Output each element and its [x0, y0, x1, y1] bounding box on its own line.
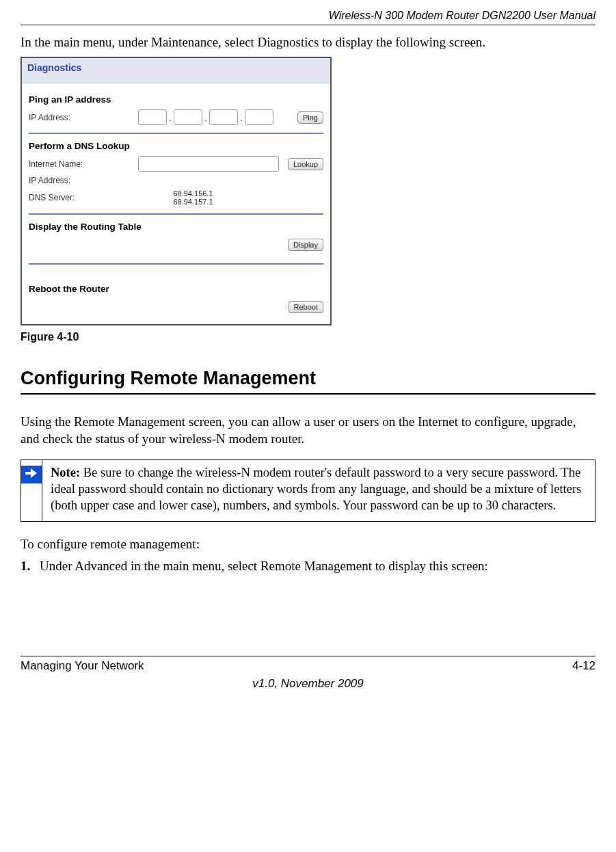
routing-section-title: Display the Routing Table	[29, 215, 323, 235]
config-intro: To configure remote management:	[21, 522, 595, 552]
footer-left: Managing Your Network	[21, 659, 144, 673]
note-label: Note:	[51, 466, 80, 479]
ip-octet-2-input[interactable]	[174, 109, 202, 125]
intro-paragraph: In the main menu, under Maintenance, sel…	[21, 25, 595, 57]
reboot-section-title: Reboot the Router	[29, 277, 323, 297]
note-body: Be sure to change the wireless-N modem r…	[51, 466, 581, 512]
ip-octet-3-input[interactable]	[209, 109, 238, 125]
figure-caption: Figure 4-10	[21, 325, 595, 343]
ip-octet-4-input[interactable]	[245, 109, 273, 125]
display-button[interactable]: Display	[288, 239, 323, 251]
section-heading: Configuring Remote Management	[21, 368, 595, 395]
step-number: 1.	[21, 559, 40, 574]
page-footer: Managing Your Network 4-12	[21, 656, 595, 673]
internet-name-input[interactable]	[138, 156, 279, 172]
dns-section-title: Perform a DNS Lookup	[29, 134, 323, 154]
arrow-icon	[21, 466, 42, 483]
ip-address-label: IP Address:	[29, 113, 104, 122]
ping-section-title: Ping an IP address	[29, 88, 323, 107]
footer-right: 4-12	[572, 659, 595, 673]
dns-server-values: 68.94.156.1 68.94.157.1	[104, 189, 282, 206]
step-1: 1. Under Advanced in the main menu, sele…	[21, 552, 595, 574]
dns-server-label: DNS Server:	[29, 193, 104, 202]
step-text: Under Advanced in the main menu, select …	[40, 559, 488, 574]
footer-version: v1.0, November 2009	[21, 673, 595, 691]
internet-name-label: Internet Name:	[29, 159, 104, 169]
reboot-button[interactable]: Reboot	[289, 301, 323, 313]
dns-ip-label: IP Address:	[29, 176, 104, 185]
ip-octet-1-input[interactable]	[138, 109, 167, 125]
panel-title: Diagnostics	[22, 58, 330, 83]
page-header: Wireless-N 300 Modem Router DGN2200 User…	[21, 0, 595, 25]
note-box: Note: Be sure to change the wireless-N m…	[21, 460, 595, 521]
lookup-button[interactable]: Lookup	[288, 158, 323, 170]
ping-button[interactable]: Ping	[297, 111, 323, 124]
diagnostics-screenshot: Diagnostics Ping an IP address IP Addres…	[21, 57, 332, 325]
body-paragraph-1: Using the Remote Management screen, you …	[21, 397, 595, 447]
